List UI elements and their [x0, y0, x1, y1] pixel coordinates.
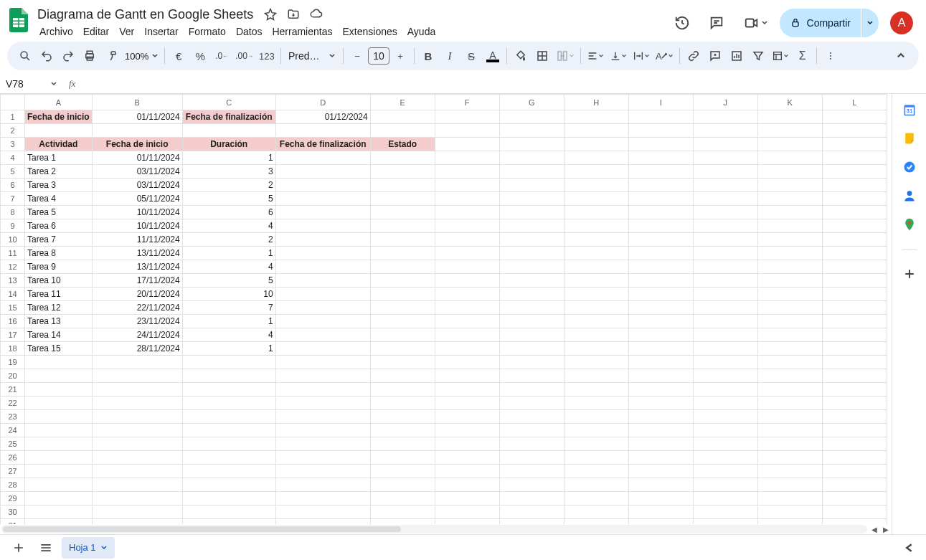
cell-J9[interactable]: [693, 219, 757, 233]
cell-L12[interactable]: [822, 260, 887, 274]
cell-K14[interactable]: [757, 288, 822, 301]
cell-I7[interactable]: [628, 192, 693, 206]
cell[interactable]: [693, 369, 757, 383]
cell-K16[interactable]: [757, 315, 822, 328]
bold-icon[interactable]: B: [417, 45, 439, 67]
cell[interactable]: [435, 383, 499, 397]
keep-icon[interactable]: [902, 131, 917, 146]
cell[interactable]: [822, 369, 887, 383]
cell[interactable]: [564, 124, 628, 138]
row-header-29[interactable]: 29: [1, 492, 25, 506]
row-header-16[interactable]: 16: [1, 315, 25, 328]
cell[interactable]: [564, 519, 628, 525]
cell[interactable]: [435, 437, 499, 451]
select-all-corner[interactable]: [1, 95, 25, 110]
cell-I14[interactable]: [628, 288, 693, 301]
cell[interactable]: [757, 519, 822, 525]
row-header-11[interactable]: 11: [1, 247, 25, 260]
filter-views-icon[interactable]: [769, 45, 792, 67]
cell[interactable]: [25, 356, 93, 369]
menu-editar[interactable]: Editar: [78, 24, 115, 42]
col-header-I[interactable]: I: [628, 95, 693, 110]
cell-E16[interactable]: [370, 315, 435, 328]
row-header-18[interactable]: 18: [1, 342, 25, 356]
cell[interactable]: [435, 519, 499, 525]
cell-G12[interactable]: [499, 260, 564, 274]
cell-A13[interactable]: Tarea 10: [25, 274, 93, 288]
share-button[interactable]: Compartir: [780, 9, 861, 37]
cell-B12[interactable]: 13/11/2024: [92, 260, 182, 274]
cell-F13[interactable]: [435, 274, 499, 288]
cell-E10[interactable]: [370, 233, 435, 247]
cell-I4[interactable]: [628, 151, 693, 165]
sheets-logo[interactable]: [4, 6, 33, 34]
cell[interactable]: [435, 124, 499, 138]
cell-J13[interactable]: [693, 274, 757, 288]
cell[interactable]: [25, 383, 93, 397]
cell-J4[interactable]: [693, 151, 757, 165]
cell-A8[interactable]: Tarea 5: [25, 206, 93, 219]
cell-F3[interactable]: [435, 138, 499, 151]
cell[interactable]: [25, 506, 93, 519]
col-header-K[interactable]: K: [757, 95, 822, 110]
cell-K17[interactable]: [757, 328, 822, 342]
cell[interactable]: [182, 478, 275, 492]
cell[interactable]: [275, 451, 370, 465]
cell[interactable]: [25, 478, 93, 492]
cell-I10[interactable]: [628, 233, 693, 247]
insert-chart-icon[interactable]: [726, 45, 747, 67]
menu-ayuda[interactable]: Ayuda: [402, 24, 440, 42]
cell-G1[interactable]: [499, 110, 564, 124]
cell-F6[interactable]: [435, 179, 499, 192]
cell-A14[interactable]: Tarea 11: [25, 288, 93, 301]
cell-I8[interactable]: [628, 206, 693, 219]
cell-A1[interactable]: Fecha de inicio: [25, 110, 93, 124]
cell[interactable]: [757, 356, 822, 369]
cell-D10[interactable]: [275, 233, 370, 247]
cell-J8[interactable]: [693, 206, 757, 219]
cell[interactable]: [822, 424, 887, 437]
cell-G4[interactable]: [499, 151, 564, 165]
cell[interactable]: [182, 492, 275, 506]
cell-C8[interactable]: 6: [182, 206, 275, 219]
increase-font-icon[interactable]: +: [389, 45, 411, 67]
cell-F10[interactable]: [435, 233, 499, 247]
cell-B3[interactable]: Fecha de inicio: [92, 138, 182, 151]
font-select[interactable]: Predet…: [284, 50, 340, 62]
redo-icon[interactable]: [57, 45, 79, 67]
cell[interactable]: [92, 478, 182, 492]
cell[interactable]: [822, 478, 887, 492]
cell-J3[interactable]: [693, 138, 757, 151]
cell-L17[interactable]: [822, 328, 887, 342]
cell-I11[interactable]: [628, 247, 693, 260]
col-header-L[interactable]: L: [822, 95, 887, 110]
cell[interactable]: [370, 437, 435, 451]
cell-B11[interactable]: 13/11/2024: [92, 247, 182, 260]
cell[interactable]: [25, 519, 93, 525]
cell-D1[interactable]: 01/12/2024: [275, 110, 370, 124]
row-header-27[interactable]: 27: [1, 465, 25, 478]
functions-icon[interactable]: Σ: [792, 45, 813, 67]
cell[interactable]: [822, 506, 887, 519]
cell-C9[interactable]: 4: [182, 219, 275, 233]
cell[interactable]: [822, 356, 887, 369]
cell-C14[interactable]: 10: [182, 288, 275, 301]
cell-D13[interactable]: [275, 274, 370, 288]
cell-C18[interactable]: 1: [182, 342, 275, 356]
cell[interactable]: [92, 383, 182, 397]
cell[interactable]: [275, 124, 370, 138]
col-header-A[interactable]: A: [25, 95, 93, 110]
cell-C10[interactable]: 2: [182, 233, 275, 247]
cell[interactable]: [370, 519, 435, 525]
row-header-25[interactable]: 25: [1, 437, 25, 451]
menu-extensiones[interactable]: Extensiones: [337, 24, 402, 42]
cell-H3[interactable]: [564, 138, 628, 151]
calendar-icon[interactable]: 31: [902, 103, 917, 117]
cell-L16[interactable]: [822, 315, 887, 328]
cell-F17[interactable]: [435, 328, 499, 342]
cell[interactable]: [182, 506, 275, 519]
cell[interactable]: [564, 356, 628, 369]
cell[interactable]: [757, 437, 822, 451]
cell[interactable]: [275, 437, 370, 451]
cell-A6[interactable]: Tarea 3: [25, 179, 93, 192]
